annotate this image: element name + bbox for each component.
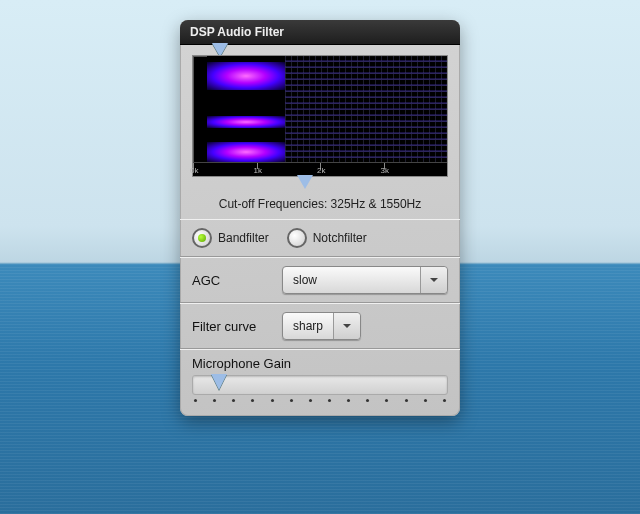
frequency-axis: 0k 1k 2k 3k — [193, 162, 447, 176]
spectrum-section: 0k 1k 2k 3k Cut-off Frequencies: 325Hz &… — [180, 45, 460, 219]
mic-gain-slider[interactable] — [192, 375, 448, 395]
radio-label: Bandfilter — [218, 231, 269, 245]
radio-notchfilter[interactable]: Notchfilter — [287, 228, 367, 248]
axis-tick: 2k — [317, 166, 325, 175]
spectrum-stopband — [285, 56, 447, 176]
radio-label: Notchfilter — [313, 231, 367, 245]
spectrum-display[interactable]: 0k 1k 2k 3k — [192, 55, 448, 177]
agc-value: slow — [283, 273, 420, 287]
agc-row: AGC slow — [180, 257, 460, 303]
radio-dot-icon — [192, 228, 212, 248]
window-title: DSP Audio Filter — [180, 20, 460, 45]
mic-gain-label: Microphone Gain — [192, 356, 448, 371]
radio-dot-icon — [287, 228, 307, 248]
axis-tick: 3k — [381, 166, 389, 175]
mic-gain-thumb[interactable] — [211, 374, 227, 390]
radio-bandfilter[interactable]: Bandfilter — [192, 228, 269, 248]
cutoff-readout: Cut-off Frequencies: 325Hz & 1550Hz — [192, 191, 448, 213]
filter-curve-dropdown[interactable]: sharp — [282, 312, 361, 340]
cutoff-high-marker[interactable] — [297, 175, 313, 189]
axis-tick: 0k — [190, 166, 198, 175]
filter-curve-value: sharp — [283, 319, 333, 333]
chevron-down-icon — [420, 267, 447, 293]
agc-label: AGC — [192, 273, 272, 288]
mic-gain-ticks — [192, 399, 448, 402]
filter-curve-row: Filter curve sharp — [180, 303, 460, 349]
agc-dropdown[interactable]: slow — [282, 266, 448, 294]
dsp-panel: DSP Audio Filter 0k 1k 2k 3k Cut-off Fre… — [180, 20, 460, 416]
mic-gain-section: Microphone Gain — [180, 349, 460, 416]
axis-tick: 1k — [254, 166, 262, 175]
spectrum-passband — [207, 56, 285, 176]
chevron-down-icon — [333, 313, 360, 339]
filter-type-group: Bandfilter Notchfilter — [180, 219, 460, 257]
filter-curve-label: Filter curve — [192, 319, 272, 334]
